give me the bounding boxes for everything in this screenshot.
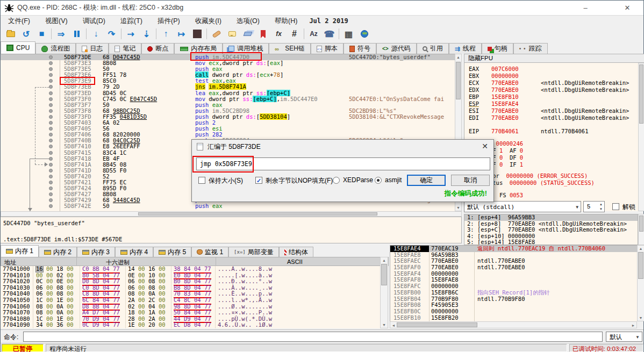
register-row[interactable]: ECX770EABE0<ntdll.DbgUiRemoteBreakin> bbox=[464, 80, 638, 87]
bookmarks-button[interactable] bbox=[255, 27, 271, 40]
tab-笔记[interactable]: 笔记 bbox=[109, 43, 141, 54]
breakpoint-dot-icon[interactable] bbox=[49, 121, 53, 125]
tab-日志[interactable]: 日志 bbox=[76, 43, 109, 54]
breakpoint-dot-icon[interactable] bbox=[49, 198, 53, 202]
step-out-button[interactable]: ↑ bbox=[158, 27, 174, 40]
stack-panel[interactable]: 15E8FAE4770EAC19返回到 ntdll.770EAC19 自 ntd… bbox=[390, 245, 637, 321]
register-row[interactable]: ESP15E8FAE4 bbox=[464, 100, 638, 107]
stack-row[interactable]: 15E8FB1015E8FB20 bbox=[390, 315, 637, 321]
breakpoint-dot-icon[interactable] bbox=[49, 109, 53, 113]
tab-跟踪[interactable]: • •跟踪 bbox=[513, 43, 548, 54]
menu-item[interactable]: 调试(D) bbox=[75, 16, 113, 26]
run-button[interactable]: ⇒ bbox=[53, 27, 69, 40]
ok-button[interactable]: 确定 bbox=[407, 175, 446, 186]
tab-内存 1[interactable]: 内存 1 bbox=[1, 245, 39, 257]
open-file-button[interactable] bbox=[3, 27, 18, 40]
register-row[interactable]: EBX00000000 bbox=[464, 73, 638, 80]
breakpoint-dot-icon[interactable] bbox=[49, 127, 53, 131]
cancel-button[interactable]: 取消 bbox=[451, 175, 490, 186]
tab-内存布局[interactable]: 内存布局 bbox=[174, 43, 223, 54]
comments-button[interactable] bbox=[224, 27, 240, 40]
dump-row[interactable]: 7704109034 00 36 000C D9 04 771E 00 20 0… bbox=[1, 322, 380, 328]
menu-item[interactable]: 选项(O) bbox=[229, 16, 267, 26]
minimize-button[interactable]: – bbox=[575, 1, 596, 15]
breakpoint-dot-icon[interactable] bbox=[49, 97, 53, 101]
tab-内存 2[interactable]: 内存 2 bbox=[39, 247, 77, 257]
register-row[interactable]: EBP15E8FB10 bbox=[464, 94, 638, 100]
globe-button[interactable] bbox=[356, 27, 372, 40]
tab-源代码[interactable]: <>源代码 bbox=[376, 43, 417, 54]
register-row[interactable]: ESI770EABE0<ntdll.DbgUiRemoteBreakin> bbox=[464, 107, 638, 114]
menu-item[interactable]: 文件(F) bbox=[1, 16, 38, 26]
stack-vscrollbar[interactable]: ▲▼ bbox=[637, 245, 644, 321]
tab-符号[interactable]: 符号 bbox=[344, 43, 376, 54]
menu-item[interactable]: 视图(V) bbox=[38, 16, 75, 26]
tab-结构体[interactable]: 结构体 bbox=[279, 247, 313, 257]
stack-row[interactable]: 15E8FB08F45905E3 bbox=[390, 302, 637, 308]
tab-局部变量[interactable]: [x=]局部变量 bbox=[228, 247, 279, 257]
menu-item[interactable]: 收藏夹(I) bbox=[188, 16, 229, 26]
arguments-panel[interactable]: 1: [esp+4] 96A59BB32: [esp+8] 770EABE0 <… bbox=[464, 214, 638, 245]
stack-row[interactable]: 15E8FAF815E8FAE8 bbox=[390, 277, 637, 283]
breakpoint-dot-icon[interactable] bbox=[49, 73, 53, 77]
hash-button[interactable]: # bbox=[287, 27, 302, 40]
tab-SEH链[interactable]: ∞SEH链 bbox=[269, 43, 311, 54]
breakpoint-dot-icon[interactable] bbox=[49, 175, 53, 178]
tab-线程[interactable]: ⇉线程 bbox=[449, 43, 482, 54]
patches-button[interactable] bbox=[209, 27, 224, 40]
xedparse-radio[interactable] bbox=[333, 177, 340, 184]
tab-调用堆栈[interactable]: 调用堆栈 bbox=[223, 43, 269, 54]
calling-convention-select[interactable]: 默认 (stdcall) ▼ bbox=[464, 201, 581, 212]
unlock-checkbox[interactable] bbox=[612, 203, 619, 210]
phone-button[interactable]: ☎ bbox=[321, 27, 337, 40]
breakpoint-dot-icon[interactable] bbox=[49, 145, 53, 148]
tab-内存 5[interactable]: 内存 5 bbox=[153, 247, 191, 257]
dump-vscrollbar[interactable]: ▲▼ bbox=[380, 257, 388, 328]
spinner-arrows-icon[interactable]: ▲▼ bbox=[599, 202, 603, 212]
stack-row[interactable]: 15E8FAF0770EABE0ntdll.770EABE0 bbox=[390, 264, 637, 271]
keep-size-checkbox[interactable] bbox=[198, 177, 205, 184]
assemble-dialog-titlebar[interactable]: 汇编于 5D8F73DE ✕ bbox=[192, 140, 493, 154]
hex-dump-panel[interactable]: 7704100016 00 18 00C0 8B 04 7714 00 16 0… bbox=[1, 266, 380, 328]
step-into-button[interactable]: ↓ bbox=[88, 27, 104, 40]
breakpoint-dot-icon[interactable] bbox=[49, 204, 53, 208]
command-profile-select[interactable]: 默认 ▼ bbox=[606, 332, 642, 342]
breakpoint-dot-icon[interactable] bbox=[49, 91, 53, 95]
asmjit-radio[interactable] bbox=[375, 177, 382, 184]
dialog-close-icon[interactable]: ✕ bbox=[482, 142, 488, 150]
register-row[interactable]: EIP770B4061ntdll.770B4061 bbox=[464, 128, 638, 135]
stack-row[interactable]: 15E8FAE4770EAC19返回到 ntdll.770EAC19 自 ntd… bbox=[390, 246, 637, 252]
tab-断点[interactable]: 断点 bbox=[141, 43, 174, 54]
breakpoint-dot-icon[interactable] bbox=[49, 169, 53, 173]
registers-vscrollbar[interactable] bbox=[638, 63, 644, 211]
tab-句柄[interactable]: 句柄 bbox=[482, 43, 513, 54]
tab-CPU[interactable]: CPU bbox=[1, 41, 35, 54]
register-row[interactable]: EDX770EABE0<ntdll.DbgUiRemoteBreakin> bbox=[464, 87, 638, 94]
assemble-instruction-input[interactable] bbox=[196, 157, 490, 170]
tab-引用[interactable]: 引用 bbox=[417, 43, 449, 54]
tab-脚本[interactable]: <>脚本 bbox=[311, 43, 344, 54]
restart-button[interactable]: ↺ bbox=[18, 27, 34, 40]
labels-button[interactable] bbox=[240, 27, 255, 40]
breakpoint-dot-icon[interactable] bbox=[49, 55, 53, 59]
argument-row[interactable]: 1: [esp+4] 96A59BB3 bbox=[464, 214, 638, 221]
stop-button[interactable]: ■ bbox=[34, 27, 49, 40]
breakpoint-dot-icon[interactable] bbox=[49, 61, 53, 65]
trace-over-button[interactable]: ⇣ bbox=[139, 27, 154, 40]
breakpoint-dot-icon[interactable] bbox=[49, 157, 53, 161]
argument-row[interactable]: 5: [esp+14] 15E8FAE8 bbox=[464, 239, 638, 245]
register-row[interactable]: EDI770EABE0<ntdll.DbgUiRemoteBreakin> bbox=[464, 114, 638, 121]
breakpoint-dot-icon[interactable] bbox=[49, 115, 53, 119]
breakpoint-dot-icon[interactable] bbox=[49, 133, 53, 137]
breakpoint-dot-icon[interactable] bbox=[49, 79, 53, 83]
breakpoint-dot-icon[interactable] bbox=[49, 139, 53, 142]
menu-item[interactable]: 追踪(T) bbox=[113, 16, 150, 26]
tab-监视 1[interactable]: 监视 1 bbox=[191, 247, 228, 257]
tab-流程图[interactable]: 流程图 bbox=[35, 43, 76, 54]
step-over-button[interactable]: ↷ bbox=[104, 27, 119, 40]
breakpoint-dot-icon[interactable] bbox=[49, 85, 53, 89]
strings-button[interactable]: Az bbox=[306, 27, 321, 40]
stack-row[interactable]: 15E8FB04770B9F80ntdll.770B9F80 bbox=[390, 296, 637, 303]
calculator-button[interactable]: ▦ bbox=[341, 27, 356, 40]
breakpoint-dot-icon[interactable] bbox=[49, 103, 53, 107]
